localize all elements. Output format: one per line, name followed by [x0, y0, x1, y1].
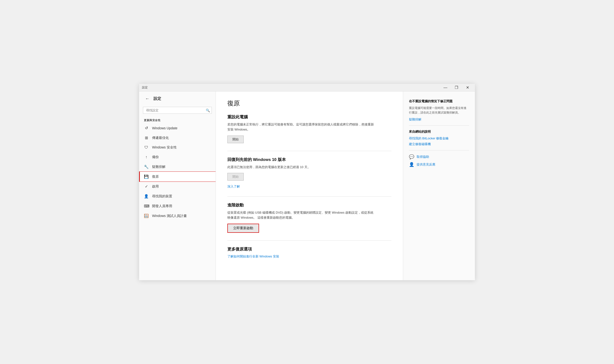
- page-title: 復原: [227, 99, 391, 107]
- right-link-0[interactable]: 尋找我的 BitLocker 修復金鑰: [409, 136, 469, 141]
- nav-items-container: ↺ Windows Update ⊞ 傳遞最佳化 🛡 Windows 安全性 ↑…: [139, 123, 216, 221]
- sidebar-item-recovery[interactable]: 💾 復原: [139, 172, 216, 182]
- go-back-section: 回復到先前的 Windows 10 版本 此選項已無法使用，因為您的電腦在更新之…: [227, 157, 391, 189]
- sidebar-header: ← 設定: [139, 91, 216, 106]
- sidebar-section-label: 更新與安全性: [139, 117, 216, 123]
- right-divider-2: [409, 150, 469, 150]
- windows-update-label: Windows Update: [152, 126, 178, 130]
- divider-1: [227, 151, 391, 151]
- sidebar-item-troubleshoot[interactable]: 🔧 疑難排解: [139, 162, 216, 172]
- divider-3: [227, 240, 391, 241]
- recovery-label: 復原: [152, 175, 159, 179]
- windows-security-icon: 🛡: [144, 145, 149, 150]
- sidebar: ← 設定 🔍 更新與安全性 ↺ Windows Update ⊞ 傳遞最佳化 🛡…: [139, 91, 216, 280]
- delivery-opt-icon: ⊞: [144, 136, 149, 140]
- troubleshoot-icon: 🔧: [144, 165, 149, 169]
- delivery-opt-label: 傳遞最佳化: [152, 136, 169, 140]
- go-back-heading: 回復到先前的 Windows 10 版本: [227, 157, 391, 162]
- right-panel: 在不重設電腦的情況下修正問題 重設電腦可能需要一段時間。如果您還沒有進行重設，請…: [403, 91, 475, 280]
- title-bar-controls: — ❐ ✕: [440, 84, 473, 91]
- advanced-startup-section: 進階啟動 從裝置或光碟 (例如 USB 磁碟機或 DVD) 啟動、變更電腦的韌體…: [227, 202, 391, 233]
- activation-label: 啟用: [152, 184, 159, 189]
- right-divider-1: [409, 126, 469, 126]
- windows-insider-icon: 🪟: [144, 214, 149, 218]
- activation-icon: ✓: [144, 184, 149, 189]
- advanced-startup-desc: 從裝置或光碟 (例如 USB 磁碟機或 DVD) 啟動、變更電腦的韌體設定、變更…: [227, 210, 376, 220]
- close-button[interactable]: ✕: [462, 84, 473, 91]
- sidebar-item-backup[interactable]: ↑ 備份: [139, 152, 216, 162]
- troubleshoot-label: 疑難排解: [152, 165, 166, 169]
- sidebar-item-windows-insider[interactable]: 🪟 Windows 測試人員計畫: [139, 211, 216, 221]
- right-links-container: 尋找我的 BitLocker 修復金鑰建立修復磁碟機: [409, 136, 469, 146]
- feedback-icon: 👤: [409, 162, 414, 167]
- window-body: ← 設定 🔍 更新與安全性 ↺ Windows Update ⊞ 傳遞最佳化 🛡…: [139, 91, 475, 280]
- fresh-install-link[interactable]: 了解如何開始進行全新 Windows 安裝: [227, 255, 279, 258]
- sidebar-item-delivery-opt[interactable]: ⊞ 傳遞最佳化: [139, 133, 216, 143]
- restart-now-button[interactable]: 立即重新啟動: [227, 224, 259, 233]
- window-title: 設定: [142, 86, 148, 90]
- search-input[interactable]: [143, 107, 212, 114]
- more-options-heading: 更多復原選項: [227, 247, 391, 252]
- advanced-startup-heading: 進階啟動: [227, 202, 391, 208]
- sidebar-item-windows-update[interactable]: ↺ Windows Update: [139, 123, 216, 133]
- sidebar-item-developer[interactable]: ⌨ 開發人員專用: [139, 201, 216, 211]
- reset-pc-button[interactable]: 開始: [227, 136, 244, 143]
- sidebar-item-activation[interactable]: ✓ 啟用: [139, 182, 216, 191]
- find-device-label: 尋找我的裝置: [152, 194, 172, 198]
- windows-security-label: Windows 安全性: [152, 145, 177, 150]
- back-button[interactable]: ←: [144, 95, 151, 102]
- right-bottom-section: 💬 取得協助 👤 提供意見反應: [409, 154, 469, 167]
- get-help-item[interactable]: 💬 取得協助: [409, 154, 469, 159]
- go-back-desc: 此選項已無法使用，因為您的電腦在更新之後已經過 10 天。: [227, 165, 376, 170]
- backup-icon: ↑: [144, 155, 149, 159]
- right-middle-section: 來自網站的說明 尋找我的 BitLocker 修復金鑰建立修復磁碟機: [409, 130, 469, 146]
- sidebar-title: 設定: [154, 96, 161, 101]
- title-bar-left: 設定: [142, 86, 148, 90]
- recovery-icon: 💾: [144, 174, 149, 179]
- search-icon[interactable]: 🔍: [206, 108, 210, 112]
- reset-pc-desc: 若您的電腦未正常執行，將它重設可能會有幫助。這可讓您選擇保留您的個人檔案或將它們…: [227, 122, 376, 132]
- sidebar-item-windows-security[interactable]: 🛡 Windows 安全性: [139, 143, 216, 152]
- feedback-item[interactable]: 👤 提供意見反應: [409, 162, 469, 167]
- search-box: 🔍: [143, 107, 212, 114]
- sidebar-item-find-device[interactable]: 👤 尋找我的裝置: [139, 191, 216, 201]
- right-link-1[interactable]: 建立修復磁碟機: [409, 142, 469, 146]
- windows-update-icon: ↺: [144, 126, 149, 130]
- backup-label: 備份: [152, 155, 159, 159]
- reset-pc-heading: 重設此電腦: [227, 114, 391, 120]
- right-top-section: 在不重設電腦的情況下修正問題 重設電腦可能需要一段時間。如果您還沒有進行重設，請…: [409, 99, 469, 122]
- windows-insider-label: Windows 測試人員計畫: [152, 214, 187, 218]
- right-top-desc: 重設電腦可能需要一段時間。如果您還沒有進行重設，請在此之前先嘗試疑難排解員。: [409, 106, 469, 115]
- minimize-button[interactable]: —: [440, 84, 451, 91]
- get-help-icon: 💬: [409, 154, 414, 159]
- reset-pc-section: 重設此電腦 若您的電腦未正常執行，將它重設可能會有幫助。這可讓您選擇保留您的個人…: [227, 114, 391, 143]
- get-help-link[interactable]: 取得協助: [417, 155, 429, 159]
- developer-label: 開發人員專用: [152, 204, 172, 208]
- maximize-button[interactable]: ❐: [451, 84, 462, 91]
- right-top-title: 在不重設電腦的情況下修正問題: [409, 99, 469, 104]
- go-back-learn-more-link[interactable]: 深入了解: [227, 185, 240, 188]
- divider-2: [227, 196, 391, 197]
- title-bar: 設定 — ❐ ✕: [139, 84, 475, 91]
- right-middle-title: 來自網站的說明: [409, 130, 469, 134]
- troubleshoot-link[interactable]: 疑難排解: [409, 117, 469, 122]
- more-options-section: 更多復原選項 了解如何開始進行全新 Windows 安裝: [227, 247, 391, 259]
- main-content: 復原 重設此電腦 若您的電腦未正常執行，將它重設可能會有幫助。這可讓您選擇保留您…: [216, 91, 403, 280]
- feedback-link[interactable]: 提供意見反應: [417, 162, 435, 167]
- developer-icon: ⌨: [144, 204, 149, 208]
- go-back-button[interactable]: 開始: [227, 173, 244, 181]
- find-device-icon: 👤: [144, 194, 149, 198]
- settings-window: 設定 — ❐ ✕ ← 設定 🔍 更新與安全性 ↺ Windows Update …: [139, 84, 475, 280]
